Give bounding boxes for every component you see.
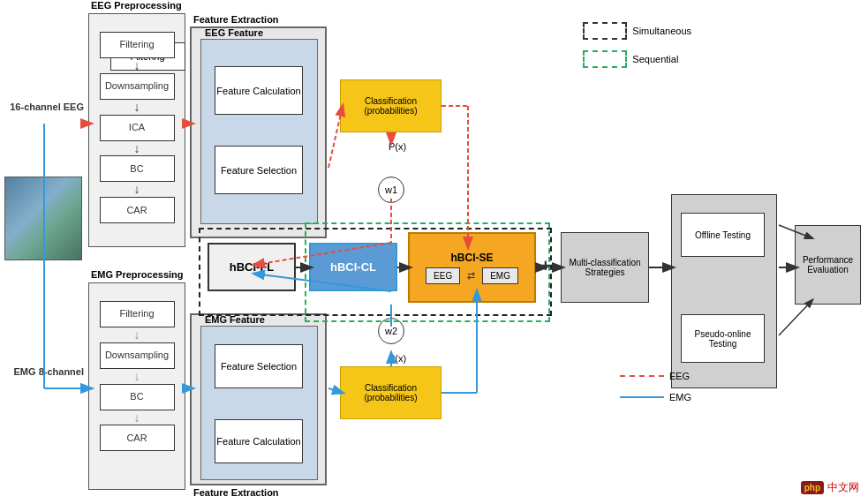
feature-extraction-top-section: Feature Extraction EEG Feature Feature C… [190,26,327,238]
emg-car-box: CAR [100,425,175,451]
performance-eval: Performance Evaluation [795,225,861,305]
plus-sign: + [540,256,551,276]
emg-filtering-box: Filtering [100,301,175,327]
emg-input-label: EMG 8-channel [4,366,84,377]
feature-extraction-top-label: Feature Extraction [193,14,279,25]
feature-calc-bottom: Feature Calculation [215,419,303,463]
eeg-input-label: 16-channel EEG [4,102,84,112]
legend-simultaneous: Simultaneous [583,22,691,40]
watermark-text: 中文网 [827,480,859,495]
pseudo-online-testing: Pseudo-online Testing [681,314,765,363]
diagram: EEG Preprocessing Filtering Filtering ↓ … [0,0,868,504]
feature-sel-bottom: Feature Selection [215,344,303,388]
px-top: P(x) [380,141,415,152]
legend-eeg-line: EEG [620,371,691,381]
hbci-se-eeg: EEG [426,267,460,284]
hbci-se-box: hBCI-SE EEG ⇄ EMG [408,232,536,303]
emg-preprocessing-label: EMG Preprocessing [91,269,184,280]
feature-extraction-bottom-section: Feature Extraction EMG Feature Feature S… [190,313,327,485]
classification-bottom: Classification (probabilities) [340,366,442,419]
svg-line-25 [779,300,812,335]
px-bottom: P(x) [380,353,415,364]
eeg-preprocessing-label: EEG Preprocessing [91,0,182,11]
output-group: Offline Testing Pseudo-online Testing [671,194,777,388]
hbci-se-emg: EMG [482,267,518,284]
eeg-ica-box: ICA [100,115,175,141]
legend-emg-line: EMG [620,392,691,402]
eeg-filtering-box: Filtering [100,32,175,58]
hbci-se-label: hBCI-SE [451,252,494,264]
feature-calc-top: Feature Calculation [215,66,303,115]
eeg-bc-box: BC [100,155,175,182]
legend-lines-section: EEG EMG [620,371,691,410]
classification-top: Classification (probabilities) [340,79,442,132]
emg-downsampling-box: Downsampling [100,342,175,369]
hbci-fl-box: hBCI-FL [208,243,296,291]
eeg-car-box: CAR [100,197,175,223]
watermark-section: php 中文网 [801,480,859,495]
person-photo [4,177,82,260]
emg-preprocessing-section: EMG Preprocessing Filtering ↓ Downsampli… [88,282,185,490]
multi-classification: Multi-classification Strategies [561,232,649,303]
feature-extraction-bottom-label: Feature Extraction [193,487,279,498]
offline-testing: Offline Testing [681,213,765,257]
php-badge: php [801,481,824,494]
hbci-cl-box: hBCI-CL [309,243,397,291]
eeg-feature-label: EEG Feature [205,27,263,38]
legend-section: Simultaneous Sequential [583,22,691,75]
legend-sequential: Sequential [583,50,691,68]
emg-bc-box: BC [100,384,175,410]
w1-label: w1 [378,177,404,203]
eeg-downsampling-box: Downsampling [100,73,175,100]
feature-sel-top: Feature Selection [215,146,303,194]
eeg-preprocessing-section: EEG Preprocessing Filtering Filtering ↓ … [88,13,185,247]
